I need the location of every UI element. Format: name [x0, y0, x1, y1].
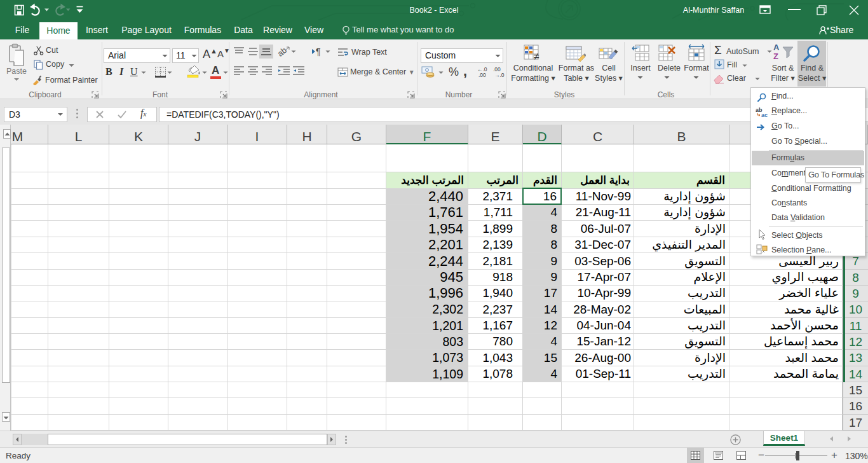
svg-text:≠: ≠	[534, 51, 539, 62]
svg-text:→.0: →.0	[494, 72, 505, 78]
svg-text:.00: .00	[478, 72, 486, 78]
svg-text:ab: ab	[278, 46, 288, 57]
svg-text:¶: ¶	[316, 46, 321, 57]
